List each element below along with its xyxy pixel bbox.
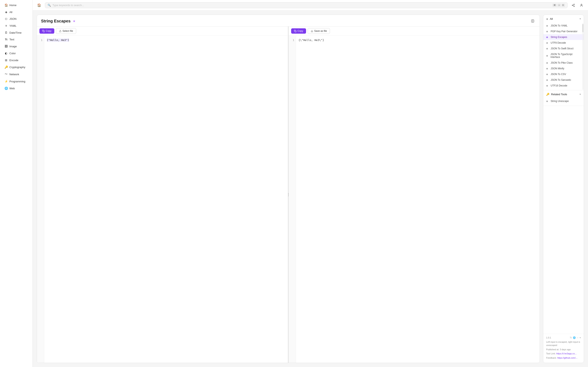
left-copy-button[interactable]: Copy — [39, 28, 54, 34]
tool-icon: ◈ — [546, 42, 549, 44]
tool-icon: ◈ — [546, 47, 549, 50]
user-button[interactable] — [578, 2, 585, 8]
right-code-area[interactable]: {\"Hello, He3\"} — [296, 36, 540, 363]
tool-label: UTF16 Decode — [551, 84, 567, 87]
topbar-actions — [570, 2, 585, 8]
tool-string-escapes[interactable]: ◈ String Escapes — [543, 34, 584, 40]
sidebar-item-programming[interactable]: ⚡ Programming — [1, 78, 31, 85]
tool-label: String Escapes — [551, 36, 567, 39]
sidebar-item-label: YAML — [9, 24, 16, 27]
published-value: 3 days ago — [560, 348, 571, 351]
sidebar-item-label: Home — [9, 4, 17, 7]
tool-icon: ◈ — [546, 78, 549, 81]
svg-line-4 — [573, 4, 574, 5]
sidebar-item-label: Network — [9, 73, 19, 76]
svg-rect-8 — [43, 31, 45, 32]
favorite-button[interactable]: ★ — [73, 19, 76, 23]
right-copy-label: Copy — [297, 30, 303, 33]
tool-label: PGP Key Pair Generator — [551, 30, 577, 33]
version-icons: Tt 🌐 ○ ▾ — [570, 336, 581, 339]
sidebar-item-label: All — [9, 11, 12, 14]
left-editor-pane: Copy Select file 1 ["Hello — [37, 26, 288, 363]
tool-label: JSON Minify — [551, 67, 564, 70]
right-editor-pane: Copy Save as file 1 {\"Hel — [289, 26, 540, 363]
all-tools-chevron: ▾ — [580, 17, 581, 20]
scrollbar-track[interactable] — [582, 23, 583, 90]
all-icon: ◈ — [4, 10, 8, 14]
sidebar-item-label: Programming — [9, 80, 25, 83]
left-line-numbers: 1 — [37, 36, 44, 363]
split-toggle-button[interactable] — [530, 18, 536, 24]
tool-label: JSON To CSV — [551, 73, 566, 76]
font-size-icon[interactable]: Tt — [570, 336, 572, 339]
right-toolbar: Copy Save as file — [289, 26, 540, 36]
right-copy-button[interactable]: Copy — [291, 28, 306, 34]
sidebar-item-yaml[interactable]: ≡ YAML — [1, 22, 31, 29]
yaml-icon: ≡ — [4, 24, 8, 27]
tool-label: UTF8 Decode — [551, 42, 566, 44]
right-line-numbers: 1 — [289, 36, 296, 363]
sidebar-item-image[interactable]: 🖼 Image — [1, 43, 31, 50]
editors-container: Copy Select file 1 ["Hello — [37, 26, 540, 363]
search-bar[interactable]: 🔍 Type keywords to search... ⌘ + K — [45, 2, 568, 8]
tool-icon: ◈ — [546, 36, 549, 39]
tool-json-to-typescript[interactable]: ◈ JSON To TypeScript Interface — [543, 51, 584, 60]
tool-utf16-decode[interactable]: ◈ UTF16 Decode — [543, 83, 584, 89]
left-code-area[interactable]: ["Hello, He3"] — [44, 36, 288, 363]
feedback-url[interactable]: https://github.com/... — [557, 357, 577, 359]
tool-json-to-sarcastic[interactable]: ◈ JSON To Sarcastic — [543, 77, 584, 83]
network-icon: 〜 — [4, 72, 8, 76]
all-tools-header[interactable]: ◈ All ▾ — [543, 15, 584, 23]
color-icon: ◐ — [4, 52, 8, 55]
text-icon: Tt — [4, 38, 8, 41]
line-number: 1 — [290, 38, 294, 42]
chevron-down-icon[interactable]: ▾ — [580, 336, 581, 339]
select-file-label: Select file — [62, 30, 73, 33]
tool-utf8-decode[interactable]: ◈ UTF8 Decode — [543, 40, 584, 46]
share-button[interactable] — [570, 2, 577, 8]
sidebar-item-label: Text — [9, 38, 14, 41]
tool-label: String Unescape — [551, 100, 569, 103]
tool-json-to-yaml[interactable]: ◈ JSON To YAML — [543, 23, 584, 29]
sidebar-item-text[interactable]: Tt Text — [1, 36, 31, 43]
tool-json-minify[interactable]: ◈ JSON Minify — [543, 66, 584, 71]
sidebar-item-label: JSON — [9, 17, 17, 20]
tool-pgp-key-pair[interactable]: ◈ PGP Key Pair Generator — [543, 29, 584, 34]
tool-json-to-csv[interactable]: ◈ JSON To CSV — [543, 71, 584, 77]
home-button[interactable]: 🏠 — [36, 2, 43, 8]
left-editor-content[interactable]: 1 ["Hello, He3"] — [37, 36, 288, 363]
sidebar-item-datetime[interactable]: 🗓 Date/Time — [1, 29, 31, 36]
select-file-button[interactable]: Select file — [56, 28, 76, 34]
sidebar-item-home[interactable]: 🏠 Home — [1, 2, 31, 8]
circle-icon[interactable]: ○ — [577, 336, 579, 339]
related-tools-label: Related Tools — [551, 93, 567, 96]
line-number: 1 — [39, 38, 43, 42]
save-as-file-button[interactable]: Save as file — [308, 28, 330, 34]
sidebar-item-color[interactable]: ◐ Color — [1, 50, 31, 57]
svg-point-5 — [581, 4, 582, 5]
tool-icon: ◈ — [546, 54, 549, 57]
topbar: 🏠 🔍 Type keywords to search... ⌘ + K — [33, 0, 588, 11]
feedback-row: Feedback: https://github.com/... — [546, 356, 581, 360]
svg-point-0 — [574, 4, 575, 5]
right-editor-content[interactable]: 1 {\"Hello, He3\"} — [289, 36, 540, 363]
scrollbar-thumb[interactable] — [582, 24, 583, 32]
tool-json-to-swift[interactable]: ◈ JSON To Swift Struct — [543, 46, 584, 51]
tool-json-to-pike[interactable]: ◈ JSON To Pike Class — [543, 60, 584, 66]
sidebar-item-all[interactable]: ◈ All — [1, 9, 31, 15]
globe-icon[interactable]: 🌐 — [573, 336, 576, 339]
sidebar-item-cryptography[interactable]: 🔑 Cryptography — [1, 64, 31, 70]
sidebar-item-network[interactable]: 〜 Network — [1, 71, 31, 78]
sidebar-item-label: Cryptography — [9, 66, 25, 69]
sidebar-item-json[interactable]: {} JSON — [1, 16, 31, 22]
related-tools-header[interactable]: 🔑 Related Tools ▾ — [543, 90, 584, 98]
tool-string-unescape[interactable]: ◈ String Unescape — [543, 98, 584, 104]
all-tools-label: All — [550, 17, 553, 20]
tool-link-url[interactable]: https://t.he3app.co... — [556, 352, 577, 355]
tool-icon: ◈ — [546, 61, 549, 64]
sidebar-item-web[interactable]: 🌐 Web — [1, 85, 31, 92]
shortcut-k: K — [562, 4, 565, 7]
content-area: String Escapes ★ Copy — [33, 11, 588, 367]
sidebar-item-encode[interactable]: ⊞ Encode — [1, 57, 31, 63]
cryptography-icon: 🔑 — [4, 66, 8, 69]
